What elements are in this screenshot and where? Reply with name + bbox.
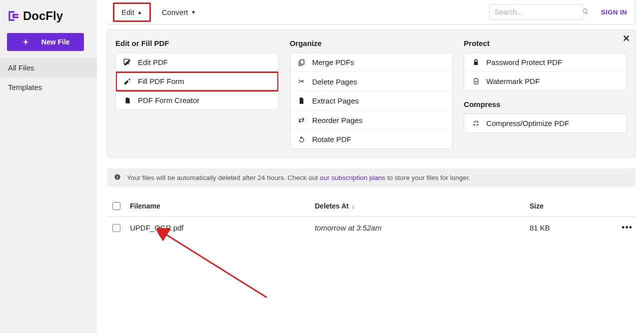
edit-options: Edit PDF Fill PDF Form PDF Form Creator xyxy=(115,52,279,110)
sidebar: DocFly + New File All Files Templates xyxy=(0,0,97,333)
option-delete-pages[interactable]: ✂ Delete Pages xyxy=(290,72,453,92)
notice-bar: i Your files will be automatically delet… xyxy=(107,168,636,187)
logo-icon xyxy=(7,10,20,22)
organize-options: Merge PDFs ✂ Delete Pages Extract Pages … xyxy=(290,52,453,149)
search-box[interactable] xyxy=(489,4,584,20)
compress-options: Compress/Optimize PDF xyxy=(464,114,627,133)
signin-link[interactable]: SIGN IN xyxy=(601,8,627,16)
tab-convert-label: Convert xyxy=(162,8,188,16)
option-label: Password Protect PDF xyxy=(486,58,562,66)
sort-desc-icon: ↓ xyxy=(352,203,355,210)
table-row[interactable]: UPDF_OCR.pdf tomorrow at 3:52am 81 KB ••… xyxy=(107,216,636,239)
tab-edit-label: Edit xyxy=(121,8,134,16)
col-edit-title: Edit or Fill PDF xyxy=(115,39,279,48)
logo-text: DocFly xyxy=(23,9,63,23)
option-label: Compress/Optimize PDF xyxy=(486,119,569,128)
search-input[interactable] xyxy=(495,8,582,16)
pen-icon xyxy=(123,78,132,86)
scissors-icon: ✂ xyxy=(297,77,306,86)
option-merge-pdfs[interactable]: Merge PDFs xyxy=(290,53,453,72)
option-compress-pdf[interactable]: Compress/Optimize PDF xyxy=(464,114,627,132)
plus-icon: + xyxy=(23,37,28,48)
header-size[interactable]: Size xyxy=(530,202,613,210)
caret-down-icon: ▼ xyxy=(191,10,196,15)
option-label: Watermark PDF xyxy=(486,77,540,86)
svg-line-3 xyxy=(164,234,267,298)
option-fill-pdf-form[interactable]: Fill PDF Form xyxy=(116,72,278,91)
search-icon[interactable] xyxy=(582,8,589,16)
option-label: Extract Pages xyxy=(312,96,359,105)
option-label: PDF Form Creator xyxy=(138,96,199,104)
info-icon: i xyxy=(114,174,121,182)
new-file-label: New File xyxy=(41,38,70,46)
row-checkbox[interactable] xyxy=(112,224,120,232)
header-deletes-label: Deletes At xyxy=(315,202,349,210)
option-reorder-pages[interactable]: ⇄ Reorder Pages xyxy=(290,110,453,130)
protect-options: Password Protect PDF Watermark PDF xyxy=(464,52,627,91)
annotation-arrow xyxy=(157,228,307,308)
subscription-link[interactable]: our subscription plans xyxy=(320,174,385,182)
file-table: Filename Deletes At ↓ Size UPDF_OCR.pdf … xyxy=(107,196,636,239)
file-watermark-icon xyxy=(471,78,480,85)
lock-icon xyxy=(471,58,480,66)
col-organize: Organize Merge PDFs ✂ Delete Pages Extra… xyxy=(290,39,453,149)
option-label: Edit PDF xyxy=(138,58,168,66)
notice-pre: Your files will be automatically deleted… xyxy=(127,174,320,182)
tab-edit[interactable]: Edit ▲ xyxy=(113,2,151,22)
swap-icon: ⇄ xyxy=(297,116,306,124)
edit-panel: ✕ Edit or Fill PDF Edit PDF Fill PDF For… xyxy=(107,30,636,158)
main: Edit ▲ Convert ▼ SIGN IN ✕ Edit or Fill … xyxy=(97,0,644,333)
option-label: Delete Pages xyxy=(312,78,357,86)
option-label: Reorder Pages xyxy=(312,116,363,124)
option-watermark-pdf[interactable]: Watermark PDF xyxy=(464,72,627,90)
option-rotate-pdf[interactable]: Rotate PDF xyxy=(290,130,453,148)
side-nav: All Files Templates xyxy=(0,58,97,97)
col-compress-title: Compress xyxy=(464,100,627,108)
option-password-protect[interactable]: Password Protect PDF xyxy=(464,53,627,72)
cell-filename: UPDF_OCR.pdf xyxy=(130,224,315,232)
header-filename[interactable]: Filename xyxy=(130,202,315,210)
col-protect: Protect Password Protect PDF Watermark P… xyxy=(464,39,627,149)
option-label: Rotate PDF xyxy=(312,135,351,144)
copy-icon xyxy=(297,58,306,66)
notice-post: to store your files for longer. xyxy=(385,174,470,182)
caret-up-icon: ▲ xyxy=(137,10,142,15)
edit-icon xyxy=(123,58,132,66)
file-lines-icon xyxy=(123,96,132,104)
option-extract-pages[interactable]: Extract Pages xyxy=(290,92,453,110)
file-export-icon xyxy=(297,97,306,104)
option-edit-pdf[interactable]: Edit PDF xyxy=(116,53,278,72)
col-protect-title: Protect xyxy=(464,39,627,48)
col-edit: Edit or Fill PDF Edit PDF Fill PDF Form … xyxy=(115,39,279,149)
col-organize-title: Organize xyxy=(290,39,453,48)
new-file-button[interactable]: + New File xyxy=(7,33,84,51)
option-label: Merge PDFs xyxy=(312,58,354,66)
row-actions-button[interactable]: ••• xyxy=(613,222,633,233)
cell-deletes: tomorrow at 3:52am xyxy=(315,224,530,232)
logo[interactable]: DocFly xyxy=(0,0,97,30)
table-header: Filename Deletes At ↓ Size xyxy=(107,196,636,216)
rotate-icon xyxy=(297,136,306,143)
header-deletes[interactable]: Deletes At ↓ xyxy=(315,202,530,210)
sidebar-item-templates[interactable]: Templates xyxy=(0,78,97,97)
sidebar-item-all-files[interactable]: All Files xyxy=(0,58,97,78)
topbar: Edit ▲ Convert ▼ SIGN IN xyxy=(107,0,636,24)
option-label: Fill PDF Form xyxy=(138,77,184,86)
compress-icon xyxy=(471,120,480,127)
notice-text: Your files will be automatically deleted… xyxy=(127,174,471,182)
tab-convert[interactable]: Convert ▼ xyxy=(156,5,202,20)
cell-size: 81 KB xyxy=(530,224,613,232)
close-icon[interactable]: ✕ xyxy=(623,33,630,44)
option-pdf-form-creator[interactable]: PDF Form Creator xyxy=(116,91,278,110)
select-all-checkbox[interactable] xyxy=(112,202,120,210)
